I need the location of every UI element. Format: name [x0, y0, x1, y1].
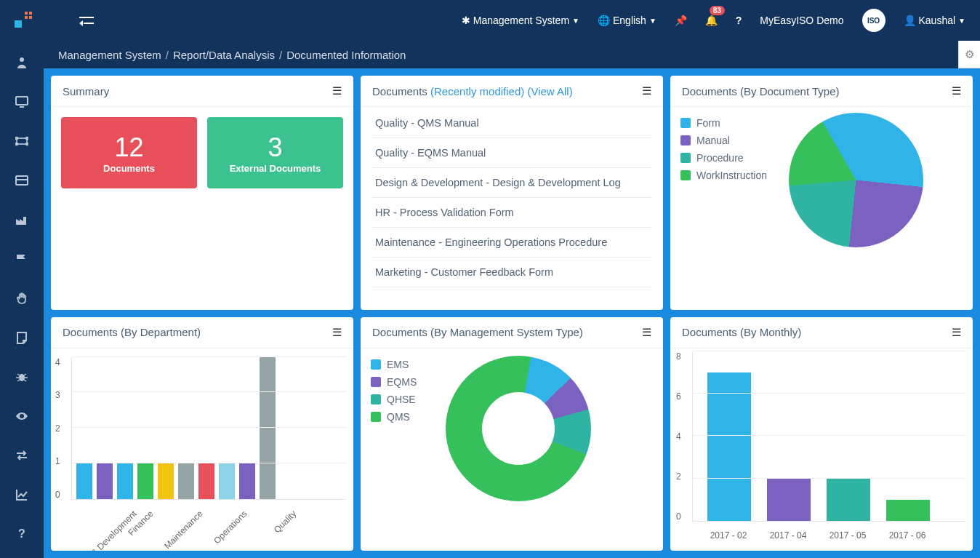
panel-by-month: Documents (By Monthly) ☰ 86420 2017 - 02… — [670, 317, 973, 551]
user-label: Kaushal — [919, 15, 956, 26]
svg-rect-2 — [29, 12, 32, 15]
legend: FormManualProcedureWorkInstruction — [680, 117, 767, 247]
breadcrumb: Management System / Report/Data Analysis… — [44, 41, 980, 68]
globe-icon: 🌐 — [598, 15, 610, 26]
bell-icon: 🔔 — [705, 15, 718, 26]
card-value: 3 — [268, 132, 282, 163]
notifications-badge: 83 — [710, 6, 725, 15]
legend-item[interactable]: Procedure — [680, 152, 767, 164]
sidebar-item-hand-icon[interactable] — [15, 291, 29, 306]
panel-menu-icon[interactable]: ☰ — [952, 84, 961, 97]
management-system-dropdown[interactable]: ✱ Management System ▼ — [462, 15, 579, 26]
user-icon: 👤 — [904, 15, 916, 26]
svg-line-22 — [17, 380, 20, 381]
sidebar-item-bug-icon[interactable] — [15, 370, 29, 384]
panel-title: Documents (Recently modified) (View All) — [372, 85, 573, 97]
svg-point-12 — [26, 137, 28, 140]
settings-cog-icon[interactable]: ⚙ — [958, 41, 980, 68]
panel-by-dept: Documents (By Department) ☰ 43210 Design… — [51, 317, 353, 551]
list-item[interactable]: Quality - QMS Manual — [372, 108, 651, 138]
legend-item[interactable]: EMS — [371, 359, 417, 370]
svg-point-7 — [20, 57, 24, 62]
top-header: ✱ Management System ▼ 🌐 English ▼ 📌 🔔 83… — [0, 0, 980, 41]
bar-chart: 86420 2017 - 022017 - 042017 - 052017 - … — [670, 348, 973, 551]
card-label: External Documents — [230, 163, 321, 174]
sidebar-item-process-icon[interactable] — [15, 134, 29, 148]
breadcrumb-sep: / — [166, 49, 169, 61]
gear-icon: ✱ — [462, 15, 470, 26]
legend-item[interactable]: EQMS — [371, 376, 417, 388]
panel-title: Documents (By Document Type) — [682, 85, 839, 97]
legend-item[interactable]: QHSE — [371, 394, 417, 405]
notifications-bell[interactable]: 🔔 83 — [705, 15, 718, 26]
sidebar-item-transfer-icon[interactable] — [15, 448, 29, 463]
list-item[interactable]: Maintenance - Engineering Operations Pro… — [372, 228, 651, 258]
pie-chart — [789, 113, 923, 247]
list-item[interactable]: Marketing - Customer Feedback Form — [372, 258, 651, 287]
breadcrumb-level3: Documented Information — [286, 49, 406, 61]
list-item[interactable]: Design & Development - Design & Developm… — [372, 168, 651, 198]
sidebar-item-person-icon[interactable] — [15, 55, 29, 70]
breadcrumb-level2[interactable]: Report/Data Analysis — [173, 49, 275, 61]
sidebar-item-industry-icon[interactable] — [15, 212, 29, 227]
panel-menu-icon[interactable]: ☰ — [332, 326, 342, 339]
legend-item[interactable]: Manual — [680, 135, 767, 146]
panel-title: Summary — [63, 85, 109, 97]
panel-title: Documents (By Department) — [63, 326, 201, 338]
legend-item[interactable]: Form — [680, 117, 767, 129]
svg-rect-6 — [84, 23, 94, 24]
panel-summary: Summary ☰ 12 Documents 3 External Docume… — [51, 76, 353, 310]
sidebar-item-chart-icon[interactable] — [15, 487, 29, 502]
panel-menu-icon[interactable]: ☰ — [642, 326, 651, 339]
sidebar-item-note-icon[interactable] — [15, 330, 29, 345]
panel-by-system: Documents (By Management System Type) ☰ … — [361, 317, 663, 551]
panel-title: Documents (By Monthly) — [682, 326, 801, 338]
svg-rect-4 — [29, 16, 32, 19]
svg-rect-0 — [15, 20, 22, 28]
card-value: 12 — [114, 132, 143, 163]
svg-rect-1 — [25, 12, 28, 15]
recently-modified-link[interactable]: (Recently modified) — [430, 85, 527, 97]
caret-down-icon: ▼ — [958, 17, 965, 25]
card-documents[interactable]: 12 Documents — [61, 117, 197, 188]
legend-item[interactable]: QMS — [371, 411, 417, 423]
donut-chart — [446, 356, 591, 501]
recent-list: Quality - QMS ManualQuality - EQMS Manua… — [361, 107, 663, 289]
sidebar-item-flag-icon[interactable] — [15, 252, 29, 266]
list-item[interactable]: Quality - EQMS Manual — [372, 138, 651, 168]
sidebar: ? — [0, 41, 44, 558]
breadcrumb-sep: / — [279, 49, 282, 61]
card-label: Documents — [103, 163, 155, 174]
svg-line-20 — [17, 374, 20, 375]
panel-menu-icon[interactable]: ☰ — [332, 84, 342, 97]
svg-rect-8 — [16, 97, 28, 105]
svg-line-23 — [24, 380, 26, 381]
language-label: English — [613, 15, 646, 26]
company-label: MyEasyISO Demo — [760, 15, 843, 26]
help-icon[interactable]: ? — [736, 15, 742, 26]
sidebar-item-monitor-icon[interactable] — [15, 95, 29, 109]
svg-point-13 — [16, 143, 18, 146]
panel-menu-icon[interactable]: ☰ — [952, 326, 961, 339]
toggle-sidebar-icon[interactable] — [79, 15, 94, 26]
user-dropdown[interactable]: 👤 Kaushal ▼ — [904, 15, 966, 26]
avatar[interactable]: ISO — [862, 9, 885, 32]
card-external-documents[interactable]: 3 External Documents — [207, 117, 343, 188]
svg-point-14 — [26, 143, 28, 146]
breadcrumb-level1[interactable]: Management System — [58, 49, 161, 61]
panel-by-type: Documents (By Document Type) ☰ FormManua… — [670, 76, 973, 310]
sidebar-item-question-icon[interactable]: ? — [15, 527, 29, 541]
legend-item[interactable]: WorkInstruction — [680, 170, 767, 181]
list-item[interactable]: HR - Process Validation Form — [372, 198, 651, 228]
svg-point-11 — [16, 137, 18, 140]
sidebar-item-card-icon[interactable] — [15, 173, 29, 188]
sidebar-item-eye-icon[interactable] — [15, 409, 29, 423]
pin-icon[interactable]: 📌 — [675, 15, 687, 26]
bar-chart: 43210 Design & DevelopmentFinanceMainten… — [51, 348, 353, 551]
language-dropdown[interactable]: 🌐 English ▼ — [598, 15, 656, 26]
view-all-link[interactable]: (View All) — [527, 85, 572, 97]
panel-recent: Documents (Recently modified) (View All)… — [361, 76, 663, 310]
management-system-label: Management System — [473, 15, 569, 26]
caret-down-icon: ▼ — [572, 17, 579, 25]
panel-menu-icon[interactable]: ☰ — [642, 84, 651, 97]
